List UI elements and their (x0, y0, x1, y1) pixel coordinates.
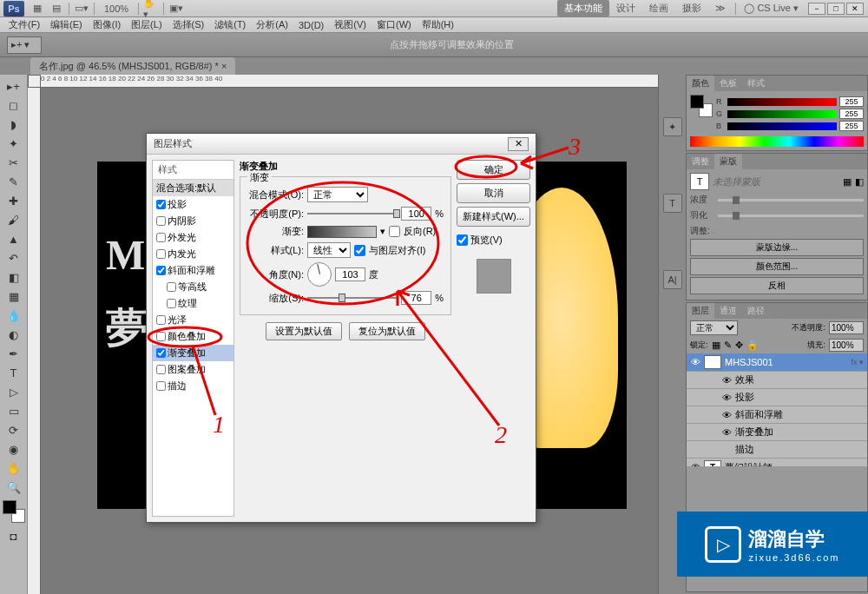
lock-all-icon[interactable]: 🔒 (746, 340, 759, 351)
menu-edit[interactable]: 编辑(E) (45, 16, 88, 33)
hand-tool[interactable]: ✋ (4, 459, 23, 477)
preview-check[interactable] (457, 234, 468, 246)
hand-icon[interactable]: ✋▾ (143, 2, 159, 16)
style-satin[interactable]: 光泽 (153, 312, 233, 328)
style-bevel[interactable]: 斜面和浮雕 (153, 262, 233, 279)
opacity-input[interactable] (401, 207, 431, 221)
lasso-tool[interactable]: ◗ (4, 116, 23, 133)
menu-window[interactable]: 窗口(W) (372, 16, 417, 33)
style-shadow[interactable]: 投影 (153, 196, 233, 213)
hue-ramp[interactable] (690, 136, 864, 147)
layer-item-designer[interactable]: 👁T夢幻設計師 (687, 459, 867, 466)
pen-tool[interactable]: ✒ (4, 345, 23, 362)
g-value[interactable]: 255 (839, 109, 864, 119)
panel-swatch[interactable] (690, 95, 713, 117)
maximize-button[interactable]: □ (827, 3, 845, 15)
swatches-tab[interactable]: 色板 (714, 76, 742, 91)
eyedropper-tool[interactable]: ✎ (4, 173, 23, 190)
blend-options-item[interactable]: 混合选项:默认 (153, 180, 233, 196)
screen-mode-icon[interactable]: ▣▾ (168, 2, 184, 16)
layer-fx-gradient[interactable]: 👁渐变叠加 (687, 424, 867, 441)
r-value[interactable]: 255 (839, 96, 864, 107)
zoom-tool[interactable]: 🔍 (4, 478, 23, 496)
menu-analysis[interactable]: 分析(A) (251, 16, 293, 33)
b-slider[interactable] (727, 122, 837, 130)
eraser-tool[interactable]: ◧ (4, 268, 23, 286)
vector-mask-icon[interactable]: ◧ (855, 176, 864, 188)
menu-layer[interactable]: 图层(L) (126, 16, 167, 33)
layers-tab[interactable]: 图层 (687, 303, 714, 319)
history-dock-icon[interactable]: ✦ (663, 117, 682, 136)
visibility-icon[interactable]: 👁 (690, 357, 700, 367)
marquee-tool[interactable]: ◻ (4, 96, 23, 114)
quickmask-tool[interactable]: ◘ (4, 527, 23, 544)
style-outer-glow[interactable]: 外发光 (153, 229, 233, 246)
lock-pixels-icon[interactable]: ✎ (724, 340, 732, 351)
wand-tool[interactable]: ✦ (4, 135, 23, 152)
shape-tool[interactable]: ▭ (4, 402, 23, 419)
angle-dial[interactable] (307, 262, 332, 287)
lock-trans-icon[interactable]: ▦ (712, 340, 720, 351)
style-stroke[interactable]: 描边 (153, 378, 233, 394)
zoom-level[interactable]: 100% (97, 2, 135, 16)
angle-input[interactable] (335, 267, 365, 281)
menu-filter[interactable]: 滤镜(T) (209, 16, 251, 33)
tool-preset[interactable]: ▸+ ▾ (7, 36, 42, 54)
blur-tool[interactable]: 💧 (4, 307, 23, 324)
heal-tool[interactable]: ✚ (4, 192, 23, 209)
r-slider[interactable] (727, 98, 837, 106)
layer-fx-group[interactable]: 👁效果 (687, 372, 867, 389)
menu-3d[interactable]: 3D(D) (293, 18, 329, 32)
type-tool[interactable]: T (4, 364, 23, 381)
color-range-button[interactable]: 颜色范围... (690, 258, 864, 275)
minimize-button[interactable]: − (808, 3, 825, 15)
styles-tab[interactable]: 样式 (742, 76, 770, 91)
adjust-tab[interactable]: 调整 (687, 154, 714, 169)
style-gradient-overlay[interactable]: 渐变叠加 (153, 345, 233, 361)
view-extras-icon[interactable]: ▭▾ (74, 2, 89, 16)
close-app-button[interactable]: ✕ (846, 3, 864, 15)
history-brush-tool[interactable]: ↶ (4, 249, 23, 267)
blendmode-select[interactable]: 正常 (307, 187, 368, 202)
menu-view[interactable]: 视图(V) (329, 16, 372, 33)
document-tab[interactable]: 名作.jpg @ 46.5% (MHSJS001, RGB/8#) * × (30, 57, 235, 76)
menu-help[interactable]: 帮助(H) (417, 16, 459, 33)
gradient-tool[interactable]: ▦ (4, 287, 23, 305)
styles-header[interactable]: 样式 (153, 161, 233, 180)
channels-tab[interactable]: 通道 (714, 303, 742, 319)
gradient-preview[interactable] (307, 226, 377, 238)
style-inner-shadow[interactable]: 内阴影 (153, 213, 233, 229)
mask-tab[interactable]: 蒙版 (714, 154, 742, 169)
3d-tool[interactable]: ⟳ (4, 421, 23, 439)
dodge-tool[interactable]: ◐ (4, 326, 23, 343)
3d-camera-tool[interactable]: ◉ (4, 440, 23, 458)
g-slider[interactable] (727, 110, 837, 118)
cslive-button[interactable]: ◯ CS Live ▾ (739, 3, 804, 14)
newstyle-button[interactable]: 新建样式(W)... (457, 207, 530, 227)
b-value[interactable]: 255 (839, 121, 864, 131)
workspace-paint[interactable]: 绘画 (642, 0, 675, 16)
blendmode-select[interactable]: 正常 (690, 320, 738, 335)
style-inner-glow[interactable]: 内发光 (153, 246, 233, 262)
path-tool[interactable]: ▷ (4, 383, 23, 400)
menu-file[interactable]: 文件(F) (3, 16, 45, 33)
menu-select[interactable]: 选择(S) (168, 16, 210, 33)
cancel-button[interactable]: 取消 (457, 183, 530, 203)
set-default-button[interactable]: 设置为默认值 (266, 322, 342, 340)
opacity-slider[interactable] (307, 213, 398, 214)
dialog-close-button[interactable]: ✕ (508, 137, 529, 151)
lock-pos-icon[interactable]: ✥ (735, 340, 743, 351)
layer-item-mhsjs001[interactable]: 👁 T MHSJS001 fx ▾ (687, 353, 867, 372)
style-pattern-overlay[interactable]: 图案叠加 (153, 361, 233, 378)
type-dock-icon[interactable]: T (663, 194, 682, 213)
feather-slider[interactable] (718, 214, 864, 217)
color-swatch[interactable] (3, 500, 25, 523)
scale-input[interactable] (401, 291, 431, 305)
invert-button[interactable]: 反相 (690, 277, 864, 294)
color-tab[interactable]: 颜色 (687, 76, 714, 91)
align-check[interactable] (354, 245, 365, 256)
opacity-value[interactable]: 100% (829, 321, 864, 334)
reset-default-button[interactable]: 复位为默认值 (349, 322, 425, 340)
style-select[interactable]: 线性 (307, 242, 351, 258)
stamp-tool[interactable]: ▲ (4, 230, 23, 248)
